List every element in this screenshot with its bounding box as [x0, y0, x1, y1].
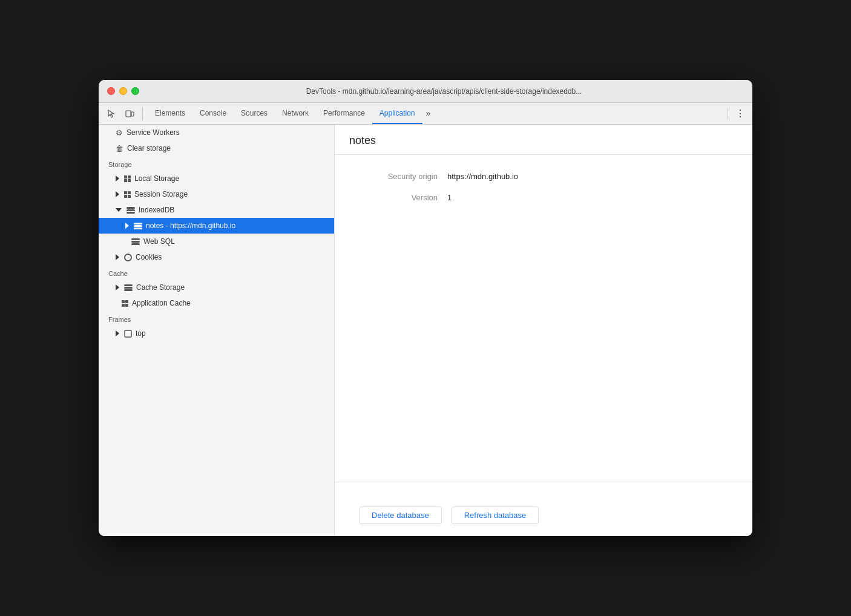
- devtools-menu-button[interactable]: ⋮: [733, 106, 748, 121]
- sidebar-label-notes-db: notes - https://mdn.github.io: [146, 221, 235, 230]
- grid-icon: [122, 300, 128, 307]
- db-icon: [124, 284, 133, 291]
- tab-application[interactable]: Application: [372, 103, 422, 124]
- minimize-button[interactable]: [119, 87, 127, 95]
- svg-rect-0: [126, 111, 131, 117]
- sidebar-item-cookies[interactable]: Cookies: [99, 249, 334, 265]
- frames-section-label: Frames: [99, 311, 334, 326]
- device-icon: [125, 109, 134, 119]
- sidebar-label-top: top: [136, 329, 146, 338]
- sidebar-label-cookies: Cookies: [136, 253, 162, 261]
- arrow-right-icon: [116, 254, 119, 260]
- sidebar-item-indexeddb[interactable]: IndexedDB: [99, 202, 334, 218]
- storage-section-label: Storage: [99, 156, 334, 171]
- tab-network[interactable]: Network: [275, 103, 316, 124]
- toolbar-separator-2: [728, 108, 728, 120]
- arrow-right-icon: [116, 330, 119, 336]
- grid-icon: [124, 191, 131, 198]
- gear-icon: ⚙: [116, 128, 123, 137]
- db-icon: [134, 223, 142, 229]
- sidebar-item-app-cache[interactable]: Application Cache: [99, 295, 334, 311]
- grid-icon: [124, 175, 131, 182]
- sidebar: ⚙ Service Workers 🗑 Clear storage Storag…: [99, 125, 335, 536]
- panel-body: Security origin https://mdn.github.io Ve…: [335, 155, 752, 470]
- sidebar-item-session-storage[interactable]: Session Storage: [99, 186, 334, 202]
- sidebar-item-clear-storage[interactable]: 🗑 Clear storage: [99, 140, 334, 156]
- titlebar: DevTools - mdn.github.io/learning-area/j…: [99, 80, 752, 103]
- sidebar-label-cache-storage: Cache Storage: [136, 283, 185, 292]
- window-title: DevTools - mdn.github.io/learning-area/j…: [144, 87, 744, 96]
- sidebar-label-clear-storage: Clear storage: [127, 144, 171, 152]
- sidebar-label-web-sql: Web SQL: [143, 237, 175, 246]
- sidebar-label-service-workers: Service Workers: [126, 128, 180, 137]
- panel-header: notes: [335, 125, 752, 155]
- security-origin-value: https://mdn.github.io: [447, 172, 518, 181]
- right-panel: notes Security origin https://mdn.github…: [335, 125, 752, 536]
- panel-title: notes: [349, 134, 738, 147]
- refresh-database-button[interactable]: Refresh database: [452, 506, 539, 524]
- tab-console[interactable]: Console: [192, 103, 234, 124]
- db-icon: [131, 238, 140, 245]
- traffic-lights: [107, 87, 139, 95]
- arrow-down-icon: [116, 208, 122, 212]
- toolbar-separator: [142, 108, 143, 120]
- toolbar: Elements Console Sources Network Perform…: [99, 103, 752, 125]
- close-button[interactable]: [107, 87, 115, 95]
- delete-database-button[interactable]: Delete database: [359, 506, 442, 524]
- sidebar-item-notes-db[interactable]: notes - https://mdn.github.io: [99, 218, 334, 234]
- version-row: Version 1: [359, 193, 728, 202]
- sidebar-item-local-storage[interactable]: Local Storage: [99, 171, 334, 186]
- arrow-right-icon: [116, 191, 119, 197]
- security-origin-row: Security origin https://mdn.github.io: [359, 172, 728, 181]
- arrow-right-icon: [125, 223, 129, 229]
- version-value: 1: [447, 193, 452, 202]
- inspect-element-button[interactable]: [104, 106, 119, 122]
- arrow-right-icon: [116, 284, 119, 290]
- more-tabs-button[interactable]: »: [422, 103, 435, 124]
- devtools-window: DevTools - mdn.github.io/learning-area/j…: [99, 80, 752, 536]
- sidebar-label-session-storage: Session Storage: [134, 190, 188, 198]
- version-label: Version: [359, 193, 438, 202]
- sidebar-item-top-frame[interactable]: top: [99, 326, 334, 341]
- frame-icon: [124, 330, 132, 338]
- sidebar-label-app-cache: Application Cache: [132, 299, 191, 307]
- sidebar-item-cache-storage[interactable]: Cache Storage: [99, 280, 334, 295]
- sidebar-label-local-storage: Local Storage: [134, 174, 179, 183]
- svg-rect-2: [125, 330, 131, 337]
- tab-sources[interactable]: Sources: [234, 103, 275, 124]
- tab-bar: Elements Console Sources Network Perform…: [148, 103, 723, 124]
- tab-performance[interactable]: Performance: [316, 103, 372, 124]
- panel-divider: [335, 482, 752, 482]
- db-icon: [126, 207, 135, 214]
- cookie-icon: [124, 254, 132, 261]
- sidebar-item-web-sql[interactable]: Web SQL: [99, 234, 334, 249]
- action-buttons: Delete database Refresh database: [335, 494, 752, 536]
- cursor-icon: [107, 109, 116, 119]
- main-content: ⚙ Service Workers 🗑 Clear storage Storag…: [99, 125, 752, 536]
- trash-icon: 🗑: [116, 144, 123, 153]
- tab-elements[interactable]: Elements: [148, 103, 192, 124]
- arrow-right-icon: [116, 175, 119, 182]
- cache-section-label: Cache: [99, 265, 334, 280]
- device-toolbar-button[interactable]: [122, 106, 137, 122]
- svg-rect-1: [131, 112, 134, 116]
- sidebar-label-indexeddb: IndexedDB: [139, 206, 174, 214]
- security-origin-label: Security origin: [359, 172, 438, 181]
- sidebar-item-service-workers[interactable]: ⚙ Service Workers: [99, 125, 334, 140]
- maximize-button[interactable]: [131, 87, 139, 95]
